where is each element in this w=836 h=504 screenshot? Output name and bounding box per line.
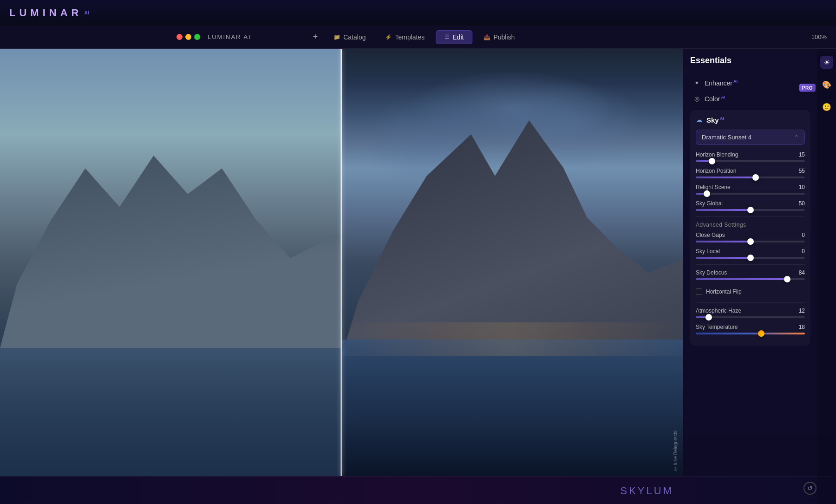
sky-temperature-slider[interactable] (696, 333, 805, 334)
horizon-position-thumb[interactable] (752, 174, 759, 181)
bottom-bar: SKYLUM (0, 476, 836, 504)
sky-defocus-thumb[interactable] (784, 276, 790, 282)
sky-defocus-slider[interactable] (696, 278, 805, 280)
relight-scene-slider[interactable] (696, 193, 805, 195)
sky-defocus-row: Sky Defocus 84 (696, 269, 805, 280)
tab-catalog[interactable]: 📁 Catalog (325, 31, 374, 44)
enhancer-label: EnhancerAI (705, 79, 808, 87)
color-icon: ◎ (692, 94, 701, 103)
close-gaps-thumb[interactable] (747, 238, 754, 245)
sky-local-slider[interactable] (696, 257, 805, 259)
publish-icon: 📤 (483, 34, 490, 40)
horizontal-flip-checkbox[interactable] (696, 288, 702, 295)
relight-scene-row: Relight Scene 10 (696, 184, 805, 195)
right-panel: Essentials ✦ EnhancerAI ◎ ColorAI ☁ SkyA… (683, 49, 836, 504)
nav-tabs: + 📁 Catalog ⚡ Templates ☰ Edit 📤 Publish (313, 30, 523, 44)
main-canvas: © Iurie Belegurschi (0, 49, 683, 476)
sky-defocus-label: Sky Defocus (696, 269, 727, 276)
palette-icon-button[interactable]: 🎨 (820, 78, 833, 91)
zoom-level: 100% (811, 33, 827, 40)
sky-global-fill (696, 209, 751, 211)
horizon-blending-header: Horizon Blending 15 (696, 151, 805, 158)
horizon-blending-value: 15 (799, 151, 805, 158)
horizon-position-row: Horizon Position 55 (696, 168, 805, 178)
sky-icon: ☁ (696, 116, 703, 124)
horizontal-flip-row: Horizontal Flip (696, 286, 805, 298)
sky-global-thumb[interactable] (747, 207, 754, 213)
face-icon-button[interactable]: 🙂 (820, 100, 833, 113)
sky-temperature-label: Sky Temperature (696, 324, 738, 330)
close-gaps-slider[interactable] (696, 241, 805, 242)
after-image (341, 49, 683, 476)
pro-badge: PRO (799, 84, 816, 92)
minimize-button[interactable] (185, 34, 191, 40)
color-item[interactable]: ◎ ColorAI (690, 91, 810, 106)
relight-scene-thumb[interactable] (704, 190, 710, 197)
sky-global-value: 50 (799, 200, 805, 207)
enhancer-icon: ✦ (692, 79, 701, 87)
close-gaps-row: Close Gaps 0 (696, 232, 805, 242)
maximize-button[interactable] (194, 34, 200, 40)
before-image (0, 49, 341, 476)
close-gaps-label: Close Gaps (696, 232, 725, 238)
relight-scene-value: 10 (799, 184, 805, 190)
atmospheric-haze-slider[interactable] (696, 316, 805, 318)
sky-local-thumb[interactable] (747, 255, 754, 261)
close-gaps-header: Close Gaps 0 (696, 232, 805, 238)
ai-badge: AI (84, 10, 89, 15)
sky-local-label: Sky Local (696, 248, 720, 255)
sky-defocus-header: Sky Defocus 84 (696, 269, 805, 276)
atmospheric-haze-thumb[interactable] (705, 314, 712, 321)
horizon-position-label: Horizon Position (696, 168, 736, 174)
atmospheric-haze-label: Atmospheric Haze (696, 308, 741, 314)
window-controls: LUMINAR AI (176, 33, 251, 40)
sky-temperature-thumb[interactable] (758, 330, 764, 337)
dropdown-arrow-icon: ⌃ (794, 134, 799, 141)
sky-temperature-row: Sky Temperature 18 (696, 324, 805, 334)
horizon-blending-label: Horizon Blending (696, 151, 738, 158)
advanced-settings-title: Advanced Settings (696, 222, 805, 228)
sky-preset-dropdown[interactable]: Dramatic Sunset 4 ⌃ (696, 130, 805, 145)
sky-global-header: Sky Global 50 (696, 200, 805, 207)
sky-global-label: Sky Global (696, 200, 723, 207)
close-gaps-value: 0 (802, 232, 805, 238)
color-label: ColorAI (705, 95, 808, 103)
history-icon-button[interactable]: ↺ (803, 482, 816, 495)
relight-scene-header: Relight Scene 10 (696, 184, 805, 190)
sky-global-row: Sky Global 50 (696, 200, 805, 211)
horizon-position-header: Horizon Position 55 (696, 168, 805, 174)
skylum-logo: SKYLUM (620, 485, 673, 497)
tab-edit[interactable]: ☰ Edit (436, 30, 472, 44)
horizon-blending-thumb[interactable] (709, 158, 715, 164)
horizon-position-slider[interactable] (696, 177, 805, 178)
dropdown-value: Dramatic Sunset 4 (702, 134, 751, 141)
divider-3 (696, 302, 805, 303)
horizontal-flip-label: Horizontal Flip (706, 288, 742, 295)
sun-icon-button[interactable]: ☀ (820, 56, 833, 69)
sky-global-slider[interactable] (696, 209, 805, 211)
horizon-blending-row: Horizon Blending 15 (696, 151, 805, 162)
split-line[interactable] (341, 49, 342, 476)
sky-local-fill (696, 257, 751, 259)
enhancer-item[interactable]: ✦ EnhancerAI (690, 75, 810, 91)
atmospheric-haze-value: 12 (799, 308, 805, 314)
relight-scene-label: Relight Scene (696, 184, 731, 190)
add-button[interactable]: + (313, 32, 318, 42)
window-bar: LUMINAR AI + 📁 Catalog ⚡ Templates ☰ Edi… (0, 26, 836, 49)
close-gaps-fill (696, 241, 751, 242)
tab-templates[interactable]: ⚡ Templates (377, 31, 433, 44)
edit-icon: ☰ (444, 34, 450, 40)
sky-header: ☁ SkyAI (696, 116, 805, 124)
sky-temperature-value: 18 (799, 324, 805, 330)
tab-catalog-label: Catalog (343, 33, 366, 41)
divider-2 (696, 264, 805, 265)
panel-content: Essentials ✦ EnhancerAI ◎ ColorAI ☁ SkyA… (683, 49, 817, 353)
tab-edit-label: Edit (452, 33, 464, 41)
sky-local-header: Sky Local 0 (696, 248, 805, 255)
horizon-blending-slider[interactable] (696, 160, 805, 162)
templates-icon: ⚡ (385, 34, 392, 40)
close-button[interactable] (176, 34, 183, 40)
atmospheric-haze-row: Atmospheric Haze 12 (696, 308, 805, 318)
tab-publish[interactable]: 📤 Publish (475, 31, 523, 44)
catalog-icon: 📁 (333, 34, 340, 40)
